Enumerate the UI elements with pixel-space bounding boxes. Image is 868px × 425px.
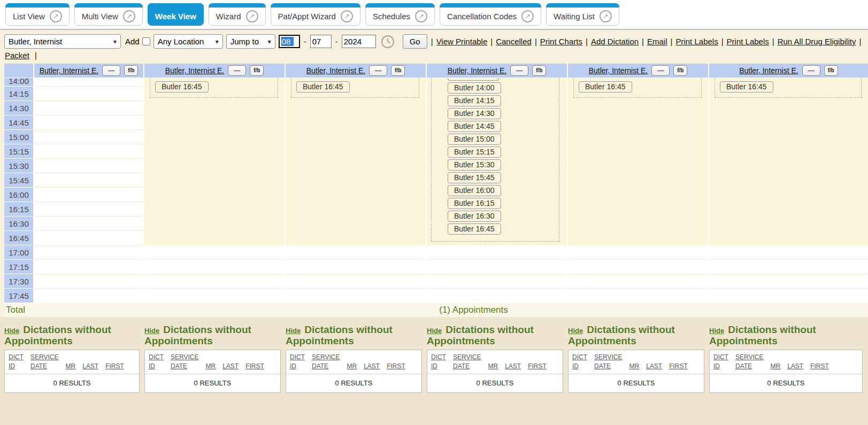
column-sort-link[interactable]: SERVICE (594, 353, 622, 362)
slot-button-butler-14-45[interactable]: Butler 14:45 (448, 121, 501, 132)
column-sort-link[interactable]: LAST (505, 362, 521, 371)
tab-waiting-list[interactable]: Waiting List↗ (546, 3, 619, 26)
tab-cancellation-codes[interactable]: Cancellation Codes↗ (440, 3, 541, 26)
column-sort-link[interactable]: SERVICE (312, 353, 340, 362)
slot-button-butler-16-45[interactable]: Butler 16:45 (579, 81, 632, 92)
fb-button[interactable]: f/b (532, 65, 546, 76)
slot-button-butler-15-15[interactable]: Butler 15:15 (448, 146, 501, 158)
tab-schedules[interactable]: Schedules↗ (365, 3, 435, 26)
fb-button[interactable]: f/b (391, 65, 405, 76)
column-sort-link[interactable]: DATE (30, 362, 58, 371)
hide-link[interactable]: Hide (709, 327, 724, 335)
slot-button-butler-16-30[interactable]: Butler 16:30 (448, 211, 501, 222)
provider-link[interactable]: Butler, Internist E. (589, 66, 648, 75)
external-link-icon[interactable]: ↗ (341, 10, 353, 22)
tab-wizard[interactable]: Wizard↗ (209, 3, 266, 26)
column-sort-link[interactable]: ID (431, 362, 446, 371)
column-sort-link[interactable]: DICT (713, 353, 728, 362)
column-sort-link[interactable]: DICT (149, 353, 164, 362)
hide-link[interactable]: Hide (427, 327, 442, 335)
provider-link[interactable]: Butler, Internist E. (306, 66, 366, 75)
provider-link[interactable]: Butler, Internist E. (448, 66, 507, 75)
collapse-column-button[interactable]: — (228, 65, 246, 76)
external-link-icon[interactable]: ↗ (123, 10, 135, 22)
external-link-icon[interactable]: ↗ (415, 10, 427, 22)
column-sort-link[interactable]: ID (290, 362, 305, 371)
tab-list-view[interactable]: List View↗ (5, 3, 70, 26)
column-sort-link[interactable]: DICT (9, 353, 24, 362)
slot-button-butler-16-00[interactable]: Butler 16:00 (448, 185, 501, 196)
column-sort-link[interactable]: ID (713, 362, 728, 371)
column-sort-link[interactable]: DATE (171, 362, 198, 371)
column-sort-link[interactable]: SERVICE (171, 353, 198, 362)
link-packet[interactable]: Packet (5, 51, 29, 60)
column-sort-link[interactable]: FIRST (245, 362, 264, 371)
column-sort-link[interactable]: FIRST (105, 362, 124, 371)
hide-link[interactable]: Hide (286, 327, 301, 335)
column-sort-link[interactable]: FIRST (669, 362, 688, 371)
fb-button[interactable]: f/b (824, 65, 838, 76)
column-sort-link[interactable]: LAST (787, 362, 803, 371)
column-sort-link[interactable]: LAST (646, 362, 662, 371)
fb-button[interactable]: f/b (124, 65, 138, 76)
location-select[interactable]: Any Location ▾ (153, 34, 223, 49)
date-month-input[interactable]: 08 (279, 35, 300, 48)
collapse-column-button[interactable]: — (802, 65, 820, 76)
tab-multi-view[interactable]: Multi View↗ (74, 3, 143, 26)
slot-button-butler-16-45[interactable]: Butler 16:45 (448, 223, 501, 235)
column-sort-link[interactable]: MR (65, 362, 75, 371)
hide-link[interactable]: Hide (144, 327, 159, 335)
column-sort-link[interactable]: FIRST (810, 362, 829, 371)
column-sort-link[interactable]: LAST (364, 362, 380, 371)
clock-icon[interactable] (381, 35, 395, 49)
column-sort-link[interactable]: DATE (735, 362, 763, 371)
column-sort-link[interactable]: MR (629, 362, 639, 371)
column-sort-link[interactable]: FIRST (387, 362, 405, 371)
slot-button-butler-14-30[interactable]: Butler 14:30 (448, 108, 501, 119)
column-sort-link[interactable]: MR (488, 362, 498, 371)
hide-link[interactable]: Hide (568, 327, 583, 335)
link-print-charts[interactable]: Print Charts (540, 37, 582, 46)
provider-link[interactable]: Butler, Internist E. (739, 66, 798, 75)
external-link-icon[interactable]: ↗ (50, 10, 62, 22)
column-sort-link[interactable]: DATE (453, 362, 481, 371)
column-sort-link[interactable]: MR (770, 362, 780, 371)
external-link-icon[interactable]: ↗ (521, 10, 534, 22)
tab-week-view[interactable]: Week View (148, 3, 204, 26)
fb-button[interactable]: f/b (673, 65, 687, 76)
slot-button-butler-15-30[interactable]: Butler 15:30 (448, 159, 501, 171)
tab-pat-appt-wizard[interactable]: Pat/Appt Wizard↗ (271, 3, 360, 26)
column-sort-link[interactable]: DICT (431, 353, 446, 362)
collapse-column-button[interactable]: — (369, 65, 387, 76)
column-sort-link[interactable]: MR (205, 362, 216, 371)
provider-link[interactable]: Butler, Internist E. (40, 66, 99, 75)
date-day-input[interactable]: 07 (310, 35, 332, 48)
slot-button-butler-14-00[interactable]: Butler 14:00 (448, 82, 501, 94)
slot-button-butler-15-45[interactable]: Butler 15:45 (448, 172, 501, 183)
jump-to-select[interactable]: Jump to ▾ (226, 34, 275, 49)
column-sort-link[interactable]: ID (572, 362, 587, 371)
link-cancelled[interactable]: Cancelled (496, 37, 532, 46)
date-year-input[interactable]: 2024 (342, 35, 376, 48)
slot-button-butler-14-15[interactable]: Butler 14:15 (448, 95, 501, 106)
provider-select[interactable]: Butler, Internist ▾ (4, 34, 121, 49)
column-sort-link[interactable]: SERVICE (453, 353, 481, 362)
column-sort-link[interactable]: FIRST (528, 362, 547, 371)
hide-link[interactable]: Hide (4, 327, 19, 335)
column-sort-link[interactable]: DICT (572, 353, 587, 362)
slot-button-butler-16-15[interactable]: Butler 16:15 (448, 198, 501, 209)
column-sort-link[interactable]: SERVICE (30, 353, 58, 362)
external-link-icon[interactable]: ↗ (600, 10, 612, 22)
add-checkbox[interactable] (142, 37, 150, 45)
slot-button-butler-16-45[interactable]: Butler 16:45 (155, 81, 209, 92)
column-sort-link[interactable]: DATE (312, 362, 340, 371)
link-print-labels[interactable]: Print Labels (727, 37, 769, 46)
column-sort-link[interactable]: DATE (594, 362, 622, 371)
column-sort-link[interactable]: ID (149, 362, 164, 371)
external-link-icon[interactable]: ↗ (246, 10, 258, 22)
collapse-column-button[interactable]: — (102, 65, 120, 76)
column-sort-link[interactable]: DICT (290, 353, 305, 362)
link-email[interactable]: Email (647, 37, 667, 46)
slot-button-butler-15-00[interactable]: Butler 15:00 (448, 134, 501, 145)
link-view-printable[interactable]: View Printable (436, 37, 488, 46)
